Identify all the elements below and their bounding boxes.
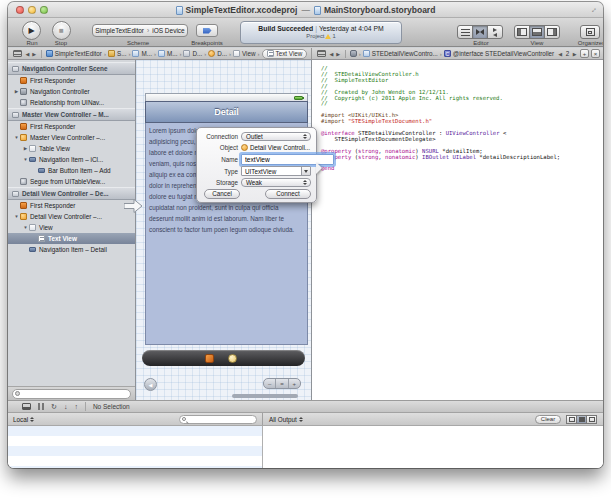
code-editor[interactable]: //// STEDetailViewController.h// SimpleT… bbox=[311, 60, 603, 400]
hide-debug-area-icon[interactable] bbox=[22, 403, 31, 410]
navigator-toggle-button[interactable] bbox=[514, 25, 530, 39]
disclosure-triangle[interactable]: ▶ bbox=[22, 146, 29, 151]
related-items-icon[interactable] bbox=[317, 50, 326, 57]
jumpbar-crumb[interactable]: View bbox=[233, 50, 256, 57]
editor-mode-control bbox=[457, 25, 503, 39]
console-only-button[interactable] bbox=[586, 415, 597, 424]
standard-editor-button[interactable] bbox=[457, 25, 473, 39]
view-controller-dock-icon[interactable] bbox=[205, 354, 214, 363]
step-into-icon[interactable]: ↓ bbox=[64, 403, 68, 410]
outline-row[interactable]: Relationship from UINav... bbox=[8, 97, 135, 108]
divider bbox=[85, 402, 86, 411]
file-h-icon bbox=[363, 50, 370, 57]
pause-icon[interactable] bbox=[38, 403, 44, 410]
history-back-button[interactable]: ◀ bbox=[558, 51, 562, 57]
variables-search-field[interactable] bbox=[179, 415, 257, 424]
close-assistant-button[interactable]: × bbox=[591, 49, 600, 58]
zoom-out-button[interactable]: – bbox=[264, 379, 275, 388]
outline-row[interactable]: First Responder bbox=[8, 121, 135, 132]
jumpbar-crumb[interactable]: S... bbox=[108, 50, 126, 57]
forward-button[interactable]: ▶ bbox=[336, 51, 340, 57]
step-over-icon[interactable]: ↻ bbox=[51, 403, 57, 410]
history-forward-button[interactable]: ▶ bbox=[573, 51, 577, 57]
connect-button[interactable]: Connect bbox=[265, 189, 311, 199]
combo-dropdown-button[interactable] bbox=[301, 167, 310, 175]
assistant-editor-button[interactable] bbox=[472, 25, 488, 39]
updown-arrows-icon bbox=[303, 134, 307, 139]
outline-row[interactable]: First Responder bbox=[8, 200, 135, 211]
close-button[interactable] bbox=[16, 6, 24, 14]
clear-console-button[interactable]: Clear bbox=[535, 415, 561, 424]
run-button[interactable]: ▶ bbox=[22, 21, 41, 40]
scene-header[interactable]: Detail View Controller – De... bbox=[8, 187, 135, 200]
fullscreen-icon[interactable]: ↔ bbox=[587, 3, 599, 15]
scene-icon bbox=[12, 66, 19, 72]
jumpbar-crumb[interactable]: STEDetailViewContro... bbox=[363, 50, 438, 57]
left-panel-icon bbox=[517, 28, 527, 36]
outline-row[interactable]: ▼Master View Controller –... bbox=[8, 132, 135, 143]
jumpbar-crumb[interactable]: D... bbox=[183, 50, 202, 57]
zoom-actual-button[interactable]: = bbox=[275, 379, 287, 388]
outline-row[interactable]: Segue from UITableView... bbox=[8, 176, 135, 187]
zoom-button[interactable] bbox=[40, 6, 48, 14]
connection-popup[interactable]: Outlet bbox=[241, 132, 311, 141]
cancel-button[interactable]: Cancel bbox=[204, 189, 240, 199]
zoom-in-button[interactable]: + bbox=[288, 379, 300, 388]
outline-row[interactable]: Bar Button Item – Add bbox=[8, 165, 135, 176]
scheme-selector[interactable]: SimpleTextEditor › iOS Device bbox=[92, 24, 188, 37]
navigation-bar[interactable]: Detail bbox=[145, 101, 308, 123]
outline-row[interactable]: Navigation Item – Detail bbox=[8, 244, 135, 255]
activity-viewer: Build Succeeded|Yesterday at 4:04 PM Pro… bbox=[240, 21, 402, 44]
scene-header[interactable]: Navigation Controller Scene bbox=[8, 62, 135, 75]
outline-row[interactable]: ▶Navigation Controller bbox=[8, 86, 135, 97]
disclosure-triangle[interactable]: ▼ bbox=[22, 225, 29, 230]
jumpbar-crumb[interactable]: M... bbox=[158, 50, 178, 57]
jumpbar-crumb[interactable]: D... bbox=[208, 50, 227, 57]
version-editor-button[interactable] bbox=[487, 25, 503, 39]
outline-row[interactable]: First Responder bbox=[8, 75, 135, 86]
step-out-icon[interactable]: ↑ bbox=[74, 403, 78, 410]
back-button[interactable]: ◀ bbox=[26, 51, 30, 57]
minimize-button[interactable] bbox=[28, 6, 36, 14]
storage-popup[interactable]: Weak bbox=[241, 178, 311, 187]
disclosure-triangle[interactable]: ▼ bbox=[22, 157, 29, 162]
jumpbar-crumb[interactable]: Text View bbox=[262, 49, 308, 59]
console-scope[interactable]: All Output bbox=[269, 416, 297, 423]
disclosure-triangle[interactable]: ▶ bbox=[13, 89, 20, 94]
debug-area-toggle-button[interactable] bbox=[529, 25, 545, 39]
jumpbar-crumb[interactable]: M... bbox=[132, 50, 152, 57]
ib-canvas[interactable]: Detail Lorem ipsum dolor sit er elit lam… bbox=[136, 60, 311, 400]
outline-filter-field[interactable] bbox=[12, 389, 131, 399]
outline-collapse-button[interactable]: ◀ bbox=[144, 378, 157, 391]
utilities-toggle-button[interactable] bbox=[544, 25, 560, 39]
warning-count[interactable]: 1 bbox=[332, 33, 335, 39]
scene-header[interactable]: Master View Controller – M... bbox=[8, 108, 135, 121]
outline-row[interactable]: ▼Navigation Item – iCl... bbox=[8, 154, 135, 165]
related-items-icon[interactable] bbox=[13, 50, 22, 57]
add-assistant-button[interactable]: + bbox=[580, 49, 589, 58]
horizontal-scrollbar[interactable] bbox=[232, 394, 298, 398]
forward-button[interactable]: ▶ bbox=[32, 51, 36, 57]
history-count: 2 bbox=[566, 50, 570, 57]
outline-row[interactable]: Text View bbox=[8, 233, 135, 244]
nav-bar-title: Detail bbox=[214, 107, 239, 117]
outline-row[interactable]: ▶Table View bbox=[8, 143, 135, 154]
disclosure-triangle[interactable]: ▼ bbox=[13, 214, 20, 219]
type-combo[interactable]: UITextView bbox=[241, 166, 311, 176]
jumpbar-crumb[interactable] bbox=[350, 50, 357, 57]
jumpbar-crumb[interactable]: C@interface STEDetailViewController bbox=[444, 50, 554, 57]
first-responder-dock-icon[interactable] bbox=[228, 354, 237, 363]
first-responder-icon bbox=[20, 77, 27, 84]
breakpoints-button[interactable] bbox=[196, 24, 218, 37]
breadcrumb-separator: › bbox=[179, 51, 181, 57]
disclosure-triangle[interactable]: ▼ bbox=[13, 135, 20, 140]
stop-button[interactable]: ■ bbox=[52, 21, 71, 40]
back-button[interactable]: ◀ bbox=[330, 51, 334, 57]
title-bar[interactable]: SimpleTextEditor.xcodeproj — MainStorybo… bbox=[8, 2, 603, 18]
jumpbar-crumb[interactable]: SimpleTextEditor bbox=[46, 50, 102, 57]
variables-scope[interactable]: Local bbox=[13, 416, 28, 423]
connection-label: Connection bbox=[199, 133, 241, 140]
outline-row[interactable]: ▼View bbox=[8, 222, 135, 233]
outline-row[interactable]: ▼Detail View Controller –... bbox=[8, 211, 135, 222]
organizer-button[interactable] bbox=[580, 25, 600, 39]
